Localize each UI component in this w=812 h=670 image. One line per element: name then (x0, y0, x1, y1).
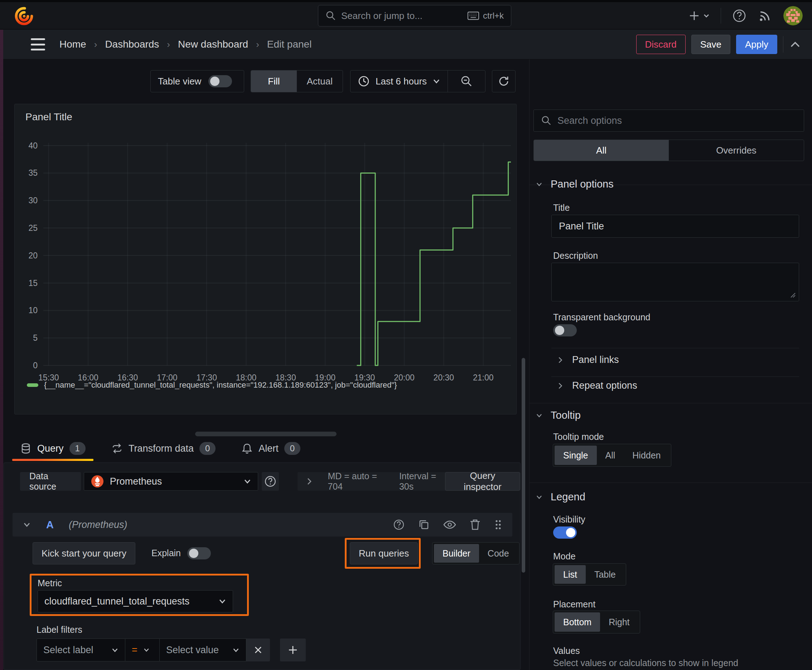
news-rss-icon[interactable] (758, 8, 773, 23)
svg-text:30: 30 (28, 196, 37, 205)
time-series-chart[interactable]: 051015202530354015:3016:0016:3017:0017:3… (15, 104, 517, 415)
legend-mode-table[interactable]: Table (586, 565, 624, 584)
add-new-button[interactable] (689, 10, 710, 22)
discard-button[interactable]: Discard (636, 35, 686, 54)
zoom-out-button[interactable] (448, 71, 485, 92)
chevron-down-icon (536, 413, 543, 418)
builder-option[interactable]: Builder (434, 544, 479, 563)
select-value-dropdown[interactable]: Select value (160, 638, 246, 662)
metric-value: cloudflared_tunnel_total_requests (44, 596, 213, 607)
query-row-actions (393, 519, 502, 531)
resize-corner-icon[interactable] (790, 292, 796, 298)
description-label: Description (553, 250, 598, 261)
drag-handle-icon[interactable] (494, 519, 502, 531)
delete-query-icon[interactable] (470, 519, 481, 531)
svg-text:25: 25 (28, 223, 37, 233)
query-options-bar[interactable]: MD = auto = 704 Interval = 30s (298, 472, 453, 491)
panel-title-input[interactable]: Panel Title (551, 215, 799, 238)
title-label: Title (553, 203, 570, 213)
query-inspector-button[interactable]: Query inspector (445, 472, 520, 491)
select-label-placeholder: Select label (43, 645, 106, 656)
transparent-background-toggle[interactable] (553, 324, 577, 337)
label-filters-row: Select label = Select value (37, 638, 306, 662)
legend-visibility-toggle[interactable] (553, 526, 577, 539)
add-filter-button[interactable] (280, 638, 306, 662)
table-view-toggle[interactable] (209, 75, 232, 87)
duplicate-query-icon[interactable] (418, 519, 430, 531)
chevron-down-icon (219, 599, 226, 604)
panel-actions: Discard Save Apply (636, 30, 801, 59)
breadcrumb-home[interactable]: Home (59, 39, 86, 50)
collapse-header-icon[interactable] (789, 40, 801, 49)
datasource-picker[interactable]: Prometheus (84, 472, 258, 491)
metric-select[interactable]: cloudflared_tunnel_total_requests (37, 590, 233, 612)
tab-all-options[interactable]: All (534, 140, 669, 161)
legend-label: {__name__="cloudflared_tunnel_total_requ… (44, 381, 397, 390)
chevron-down-icon (143, 648, 150, 653)
operator-dropdown[interactable]: = (125, 638, 160, 662)
description-textarea[interactable] (551, 263, 799, 301)
window-edge-strip (0, 30, 3, 670)
run-queries-button[interactable]: Run queries (350, 542, 418, 564)
legend-placement-right[interactable]: Right (600, 612, 638, 632)
global-search-input[interactable]: Search or jump to... ctrl+k (318, 5, 511, 27)
legend-placement-bottom[interactable]: Bottom (554, 612, 600, 632)
chevron-down-icon[interactable] (22, 521, 31, 528)
actual-option[interactable]: Actual (297, 71, 342, 92)
query-datasource-hint: (Prometheus) (69, 519, 127, 530)
fill-option[interactable]: Fill (251, 71, 297, 92)
tooltip-mode-hidden[interactable]: Hidden (624, 446, 669, 465)
svg-text:21:00: 21:00 (473, 373, 494, 382)
svg-text:35: 35 (28, 168, 37, 178)
grafana-logo-icon[interactable] (14, 6, 34, 27)
datasource-label: Data source (20, 472, 81, 491)
svg-text:20:30: 20:30 (434, 373, 454, 382)
time-range-picker[interactable]: Last 6 hours (351, 71, 448, 92)
user-avatar[interactable] (783, 6, 803, 25)
breadcrumb-dashboards[interactable]: Dashboards (105, 39, 159, 50)
chevron-down-icon (536, 495, 543, 500)
save-button[interactable]: Save (692, 35, 731, 54)
query-help-icon[interactable] (393, 519, 405, 531)
breadcrumb-new-dashboard[interactable]: New dashboard (178, 39, 248, 50)
options-search-input[interactable]: Search options (534, 110, 804, 132)
repeat-options-section[interactable]: Repeat options (558, 380, 637, 391)
kick-start-query-button[interactable]: Kick start your query (32, 542, 135, 564)
legend-mode-list[interactable]: List (554, 565, 586, 584)
tab-overrides[interactable]: Overrides (669, 140, 804, 161)
chart-legend[interactable]: {__name__="cloudflared_tunnel_total_requ… (27, 381, 397, 390)
legend-header[interactable]: Legend (536, 491, 585, 503)
scrollbar-thumb[interactable] (522, 358, 525, 573)
panel-links-label: Panel links (572, 354, 619, 365)
menu-toggle-icon[interactable] (31, 38, 45, 51)
shortcut-hint: ctrl+k (467, 11, 504, 21)
refresh-button[interactable] (492, 70, 515, 92)
time-range-control: Last 6 hours (350, 70, 485, 92)
tooltip-mode-all[interactable]: All (597, 446, 624, 465)
tooltip-mode-single[interactable]: Single (554, 446, 597, 465)
apply-button[interactable]: Apply (736, 35, 777, 54)
explain-toggle[interactable] (187, 547, 211, 559)
panel-links-section[interactable]: Panel links (558, 354, 619, 365)
tab-query[interactable]: Query 1 (12, 438, 93, 459)
toggle-visibility-icon[interactable] (443, 519, 456, 530)
chevron-right-icon (558, 382, 563, 389)
datasource-help-button[interactable] (262, 472, 279, 491)
tab-transform[interactable]: Transform data 0 (103, 438, 224, 459)
tab-alert[interactable]: Alert 0 (234, 438, 308, 459)
help-icon[interactable] (732, 8, 747, 23)
time-range-label: Last 6 hours (376, 76, 427, 87)
svg-text:20: 20 (28, 251, 37, 260)
pane-resize-handle[interactable] (195, 431, 337, 436)
code-option[interactable]: Code (479, 544, 518, 563)
max-data-points: MD = auto = 704 (327, 471, 383, 492)
chevron-down-icon (111, 648, 119, 653)
panel-options-header[interactable]: Panel options (536, 178, 614, 190)
remove-filter-button[interactable] (246, 638, 270, 662)
tooltip-header[interactable]: Tooltip (536, 409, 581, 421)
tab-alert-label: Alert (258, 443, 278, 454)
datasource-row: Data source Prometheus (20, 472, 520, 491)
interval: Interval = 30s (399, 471, 444, 492)
query-row-header[interactable]: A (Prometheus) (12, 513, 512, 536)
select-label-dropdown[interactable]: Select label (37, 638, 125, 662)
